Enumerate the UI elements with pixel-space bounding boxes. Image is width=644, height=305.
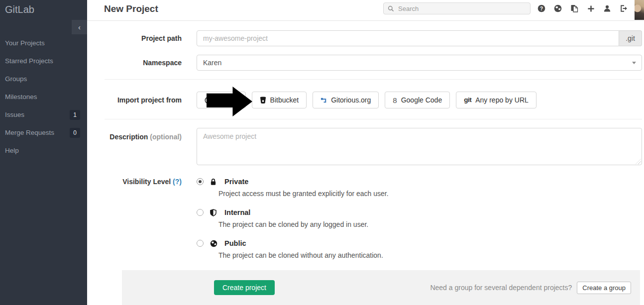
copy-snippets-icon[interactable] (570, 4, 578, 12)
merge-requests-count-badge: 0 (70, 128, 80, 138)
chevron-down-icon (632, 62, 636, 64)
description-textarea[interactable] (197, 128, 642, 165)
import-label: Import project from (105, 92, 182, 108)
divider (105, 79, 642, 80)
visibility-option-description: The project can be cloned without any au… (218, 250, 383, 260)
shield-icon (210, 209, 218, 216)
namespace-select[interactable]: Karen (197, 55, 642, 71)
visibility-label: Visibility Level (?) (105, 177, 182, 186)
sidebar-item-milestones[interactable]: Milestones (0, 88, 87, 106)
lock-icon (210, 178, 218, 186)
globe-icon (210, 240, 218, 247)
explore-globe-icon[interactable] (554, 4, 562, 12)
sidebar-item-label: Starred Projects (5, 57, 53, 65)
sidebar-item-label: Issues (5, 111, 24, 118)
import-gitorious-button[interactable]: Gitorious.org (313, 92, 379, 108)
google-code-icon: 8 (393, 97, 397, 104)
svg-text:?: ? (540, 6, 543, 11)
namespace-selected-value: Karen (203, 59, 221, 67)
import-any-repo-button[interactable]: git Any repo by URL (456, 92, 537, 108)
sidebar-item-merge-requests[interactable]: Merge Requests 0 (0, 124, 87, 142)
sidebar-collapse-button[interactable]: ‹ (72, 20, 87, 34)
plus-new-icon[interactable] (587, 4, 595, 12)
project-path-input[interactable] (197, 30, 619, 46)
bitbucket-icon (260, 97, 266, 104)
issues-count-badge: 1 (70, 110, 80, 120)
sidebar-item-your-projects[interactable]: Your Projects (0, 34, 87, 52)
search-box[interactable] (383, 2, 531, 14)
sidebar-item-issues[interactable]: Issues 1 (0, 106, 87, 124)
visibility-row: Visibility Level (?) Private Project acc… (105, 177, 642, 260)
import-row: Import project from GitHub Bitbucket (105, 92, 642, 108)
main-area: New Project ? (87, 0, 644, 305)
visibility-option-description: Project access must be granted explicitl… (218, 189, 389, 199)
sidebar-item-groups[interactable]: Groups (0, 70, 87, 88)
visibility-option-title[interactable]: Internal (224, 208, 250, 217)
help-icon[interactable]: ? (537, 4, 545, 12)
public-radio[interactable] (197, 240, 204, 247)
private-radio[interactable] (197, 178, 204, 185)
sign-out-icon[interactable] (620, 4, 628, 12)
sidebar-item-label: Milestones (5, 93, 37, 101)
visibility-option-description: The project can be cloned by any logged … (218, 219, 368, 229)
chevron-left-icon: ‹ (78, 23, 81, 31)
project-path-label: Project path (105, 34, 182, 42)
sidebar-item-help[interactable]: Help (0, 142, 87, 160)
project-path-row: Project path .git (105, 30, 642, 46)
sidebar-item-starred-projects[interactable]: Starred Projects (0, 52, 87, 70)
topbar: New Project ? (87, 0, 644, 21)
sidebar: GitLab ‹ Your Projects Starred Projects … (0, 0, 87, 305)
internal-radio[interactable] (197, 209, 204, 216)
import-google-code-button[interactable]: 8 Google Code (385, 92, 450, 108)
visibility-option-internal: Internal The project can be cloned by an… (197, 208, 642, 229)
new-project-form: Project path .git Namespace Karen Import… (87, 21, 644, 305)
sidebar-item-label: Help (5, 147, 19, 154)
description-row: Description (optional) (105, 128, 642, 165)
create-project-button[interactable]: Create project (214, 280, 275, 295)
divider (105, 119, 642, 119)
namespace-label: Namespace (105, 59, 182, 67)
sidebar-nav: Your Projects Starred Projects Groups Mi… (0, 34, 87, 160)
sidebar-item-label: Merge Requests (5, 129, 54, 136)
topbar-icons: ? (537, 0, 628, 17)
namespace-row: Namespace Karen (105, 55, 642, 71)
sidebar-item-label: Your Projects (5, 39, 45, 47)
app-logo[interactable]: GitLab (0, 0, 87, 15)
avatar[interactable] (635, 0, 644, 20)
form-actions: Create project Need a group for several … (122, 270, 640, 305)
sidebar-item-label: Groups (5, 75, 27, 83)
create-group-button[interactable]: Create a group (577, 282, 631, 294)
user-profile-icon[interactable] (603, 4, 611, 12)
optional-hint: (optional) (150, 133, 182, 141)
page-title: New Project (104, 0, 158, 18)
visibility-option-title[interactable]: Private (224, 177, 248, 186)
visibility-option-private: Private Project access must be granted e… (197, 177, 642, 199)
visibility-help-link[interactable]: (?) (173, 178, 182, 186)
description-label: Description (optional) (105, 128, 182, 141)
import-bitbucket-button[interactable]: Bitbucket (252, 92, 307, 108)
search-icon (388, 5, 394, 12)
gitorious-icon (321, 97, 327, 103)
git-suffix-addon: .git (619, 30, 642, 46)
search-input[interactable] (397, 4, 526, 13)
group-hint-text: Need a group for several dependent proje… (430, 284, 572, 292)
git-logo-icon: git (464, 97, 471, 103)
visibility-option-title[interactable]: Public (224, 239, 246, 248)
visibility-option-public: Public The project can be cloned without… (197, 239, 642, 260)
